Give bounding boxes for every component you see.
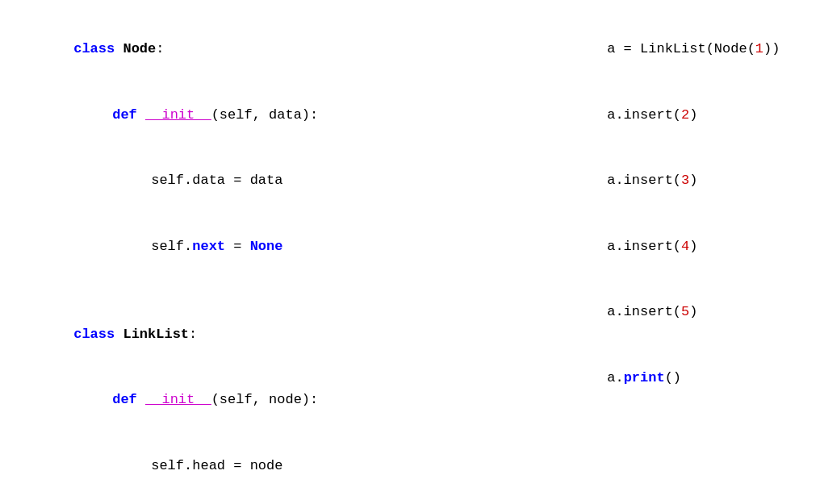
line-1: class Node: (24, 16, 525, 82)
line-8: self.head = node (24, 433, 525, 499)
right-panel: a = LinkList(Node(1)) a.insert(2) a.inse… (542, 16, 800, 504)
keyword-def-2: def (112, 392, 145, 407)
line-9: self.tail = self.head (24, 498, 525, 504)
rline-1: a = LinkList(Node(1)) (558, 16, 800, 82)
keyword-class-1: class (73, 41, 123, 56)
rprint-bold: print (624, 370, 665, 385)
keyword-next-1: next (192, 239, 225, 254)
rline-3: a.insert(3) (558, 148, 800, 214)
num-1: 1 (755, 41, 763, 56)
line-2: def __init__(self, data): (24, 82, 525, 148)
code-container: class Node: def __init__(self, data): se… (24, 16, 800, 504)
rline-6: a.print() (558, 345, 800, 411)
class-name-node: Node (123, 41, 156, 56)
fn-init-2: __init__ (145, 392, 211, 407)
fn-init-1: __init__ (145, 107, 211, 123)
line-6: class LinkList: (24, 301, 525, 367)
line-5 (24, 279, 525, 301)
num-5: 5 (681, 304, 689, 319)
line-7: def __init__(self, node): (24, 367, 525, 433)
keyword-def-1: def (112, 107, 145, 123)
num-3: 3 (681, 173, 689, 188)
class-name-linklist: LinkList (123, 327, 189, 342)
left-panel: class Node: def __init__(self, data): se… (24, 16, 542, 504)
line-4: self.next = None (24, 214, 525, 280)
line-3: self.data = data (24, 148, 525, 214)
keyword-none-1: None (250, 239, 283, 254)
rline-2: a.insert(2) (558, 82, 800, 148)
rline-4: a.insert(4) (558, 214, 800, 280)
num-4: 4 (681, 239, 689, 254)
rline-5: a.insert(5) (558, 279, 800, 345)
num-2: 2 (681, 107, 689, 123)
keyword-class-2: class (73, 327, 123, 342)
